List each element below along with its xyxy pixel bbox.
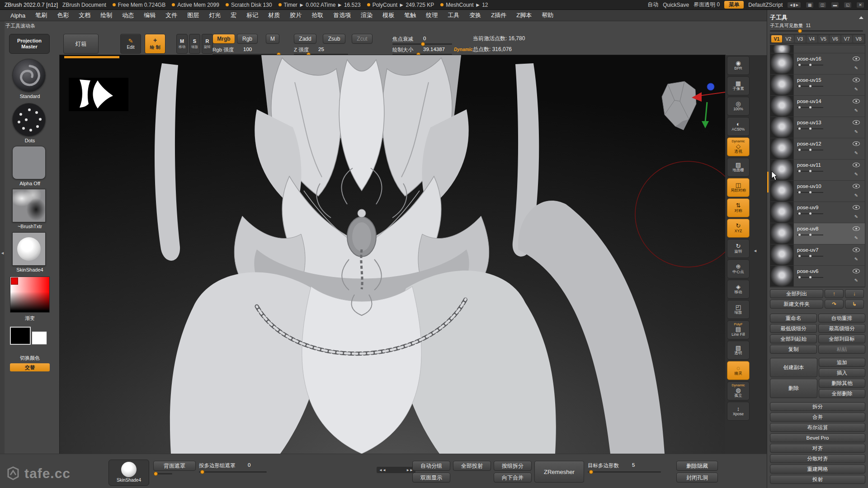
visibility-eye-icon[interactable]	[853, 99, 860, 103]
menu-item[interactable]: 首选项	[328, 11, 356, 19]
titlebar-icon[interactable]: ◱	[844, 2, 852, 8]
move-up-button[interactable]: ↑	[825, 289, 844, 298]
insert-button[interactable]: 插入	[819, 368, 865, 377]
polypaint-brush-icon[interactable]	[854, 84, 858, 93]
mask-polygroups-slider[interactable]	[199, 471, 267, 473]
project-button[interactable]: 投射	[770, 475, 865, 484]
menu-item[interactable]: 笔刷	[30, 11, 52, 19]
polypaint-brush-icon[interactable]	[854, 254, 858, 263]
right-shelf-button[interactable]: ▧ 透明	[727, 341, 750, 360]
menu-item[interactable]: 笔触	[399, 11, 421, 19]
right-shelf-button[interactable]: PolyF ▤ Line Fill	[727, 320, 750, 339]
duplicate-button[interactable]: 创建副本	[770, 358, 817, 377]
right-shelf-button[interactable]: ◈ 移动	[727, 280, 750, 299]
current-material-thumbnail[interactable]	[12, 232, 46, 266]
auto-groups-button[interactable]: 自动分组	[412, 461, 450, 471]
right-shelf-button[interactable]: Dynamic ◍ 孤立	[727, 381, 750, 400]
zsub-button[interactable]: Zsub	[323, 34, 345, 44]
subtool-mini-slider[interactable]	[797, 65, 823, 66]
visibility-eye-icon[interactable]	[853, 184, 860, 188]
menu-item[interactable]: 动态	[117, 11, 139, 19]
subtool-mini-slider[interactable]	[797, 256, 823, 257]
scatter-align-button[interactable]: 分散对齐	[770, 454, 865, 463]
zscript-name[interactable]: DefaultZScript	[748, 2, 783, 8]
chevron-up-icon[interactable]	[859, 16, 863, 19]
polypaint-brush-icon[interactable]	[854, 233, 858, 241]
subtool-view-tab[interactable]: V5	[818, 35, 829, 42]
visibility-eye-icon[interactable]	[853, 205, 860, 210]
copy-button[interactable]: 复制	[770, 345, 817, 354]
gyro-button[interactable]: R 旋转	[202, 34, 213, 54]
gyro-button[interactable]: S 缩放	[189, 34, 200, 54]
current-alpha-thumbnail[interactable]	[12, 146, 46, 179]
menu-item[interactable]: 纹理	[421, 11, 443, 19]
menu-item[interactable]: 胶片	[285, 11, 307, 19]
double-sided-button[interactable]: 双面显示	[412, 473, 450, 483]
highest-subdiv-button[interactable]: 最高级细分	[818, 324, 865, 333]
remesh-button[interactable]: 重建网格	[770, 465, 865, 474]
subtool-mini-slider[interactable]	[797, 192, 823, 193]
polypaint-brush-icon[interactable]	[854, 106, 858, 114]
subtool-row[interactable]: pose-uv7	[770, 244, 865, 266]
titlebar-icon[interactable]: ✕	[856, 2, 864, 8]
subtool-header[interactable]: 子工具	[770, 13, 865, 23]
titlebar-icon[interactable]: ▦	[806, 2, 814, 8]
visibility-eye-icon[interactable]	[853, 163, 860, 167]
menu-item[interactable]: Alpha	[5, 12, 30, 19]
move-down-button[interactable]: ↓	[845, 289, 864, 298]
menu-item[interactable]: 文件	[160, 11, 182, 19]
zcut-button[interactable]: Zcut	[352, 34, 373, 44]
gyro-button[interactable]: M 移动	[176, 34, 188, 54]
right-shelf-button[interactable]: ⊕ 中心点	[727, 259, 750, 278]
subtool-row[interactable]: pose-uv15	[770, 75, 865, 96]
right-shelf-button[interactable]: Dynamic ◇ 透视	[727, 137, 750, 156]
left-tray-edge[interactable]	[0, 21, 5, 458]
delete-button[interactable]: 删除	[770, 379, 817, 398]
subtool-view-tab[interactable]: V6	[830, 35, 840, 42]
subtool-view-tab[interactable]: V7	[841, 35, 852, 42]
subtool-view-tab[interactable]: V3	[795, 35, 806, 42]
subtool-mini-slider[interactable]	[797, 128, 823, 129]
right-shelf-button[interactable]: ↻ 旋转	[727, 239, 750, 258]
current-texture-thumbnail[interactable]	[12, 189, 46, 222]
merge-button[interactable]: 合并	[770, 413, 865, 422]
menu-item[interactable]: 拾取	[307, 11, 328, 19]
m-button[interactable]: M	[266, 34, 279, 44]
menu-item[interactable]: 文档	[74, 11, 95, 19]
visibility-eye-icon[interactable]	[853, 78, 860, 82]
dynamic-draw-size-toggle[interactable]: Dynamic	[454, 47, 473, 52]
merge-down-button[interactable]: 向下合并	[494, 473, 532, 483]
subtool-mini-slider[interactable]	[797, 150, 823, 150]
menu-button[interactable]: 菜单	[724, 1, 744, 9]
right-shelf-button[interactable]: ◉ BPR	[727, 56, 750, 75]
menu-item[interactable]: 变换	[464, 11, 486, 19]
auto-reorder-button[interactable]: 自动重排	[818, 314, 865, 323]
subtool-row-partial[interactable]	[770, 45, 865, 53]
polypaint-brush-icon[interactable]	[854, 276, 858, 284]
subtool-view-tab[interactable]: V2	[783, 35, 794, 42]
subtool-row[interactable]: pose-uv11	[770, 160, 865, 181]
subtool-mini-slider[interactable]	[797, 235, 823, 235]
menu-item[interactable]: 宏	[226, 11, 241, 19]
menu-item[interactable]: 渲染	[356, 11, 377, 19]
all-to-start-button[interactable]: 全部到起始	[770, 334, 817, 343]
titlebar-icon[interactable]: ◄▮►	[787, 2, 801, 8]
rename-button[interactable]: 重命名	[770, 314, 817, 323]
folder-action-icon-button[interactable]: ↷	[825, 300, 844, 309]
list-all-button[interactable]: 全部列出	[770, 289, 823, 298]
focal-shift-slider[interactable]	[392, 43, 452, 45]
secondary-color-swatch[interactable]	[32, 331, 47, 345]
quicksave-button[interactable]: QuickSave	[663, 2, 689, 8]
menu-item[interactable]: 帮助	[537, 11, 558, 19]
visible-count-slider[interactable]	[770, 30, 863, 32]
right-shelf-button[interactable]: ◫ 局部对称	[727, 178, 750, 197]
bevel-pro-button[interactable]: Bevel Pro	[770, 433, 865, 442]
visibility-eye-icon[interactable]	[853, 248, 860, 252]
right-tray-arrow-icon[interactable]: ◄	[753, 249, 757, 253]
color-picker[interactable]	[10, 277, 50, 313]
subtool-view-tab[interactable]: V1	[771, 35, 782, 42]
titlebar-icon[interactable]: ▬	[831, 2, 839, 8]
subtool-row[interactable]: pose-uv6	[770, 266, 865, 287]
menu-item[interactable]: Z脚本	[511, 11, 537, 19]
align-button[interactable]: 对齐	[770, 444, 865, 453]
